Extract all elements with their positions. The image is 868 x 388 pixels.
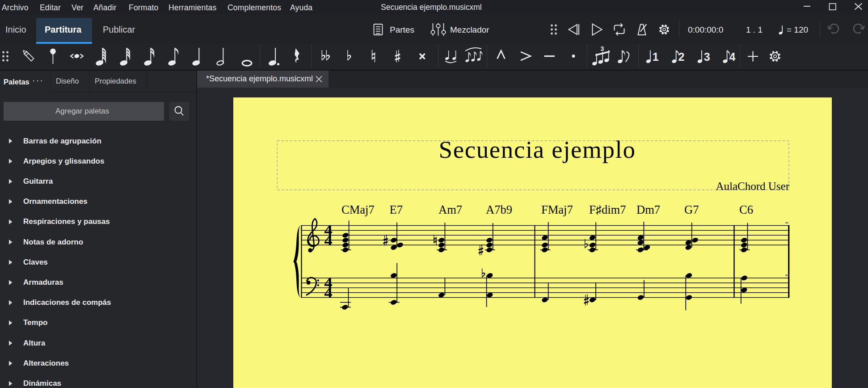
svg-text:E7: E7: [390, 203, 403, 216]
svg-text:G7: G7: [684, 203, 699, 216]
svg-text:4: 4: [324, 284, 333, 301]
svg-text:4: 4: [324, 232, 333, 249]
svg-text:4: 4: [729, 51, 735, 63]
svg-text:C6: C6: [739, 203, 753, 216]
svg-text:FMaj7: FMaj7: [541, 203, 573, 216]
svg-text:Am7: Am7: [438, 203, 462, 216]
svg-text:CMaj7: CMaj7: [341, 203, 375, 216]
svg-text:3: 3: [601, 45, 604, 52]
svg-text:A7b9: A7b9: [486, 203, 512, 216]
svg-text:Dm7: Dm7: [636, 203, 660, 216]
svg-text:1: 1: [653, 51, 659, 63]
svg-text:2: 2: [678, 51, 684, 63]
svg-text:Secuencia ejemplo: Secuencia ejemplo: [438, 136, 636, 163]
svg-text:AulaChord User: AulaChord User: [716, 180, 789, 192]
svg-text:3: 3: [704, 51, 710, 63]
svg-text:F♯dim7: F♯dim7: [589, 203, 626, 216]
